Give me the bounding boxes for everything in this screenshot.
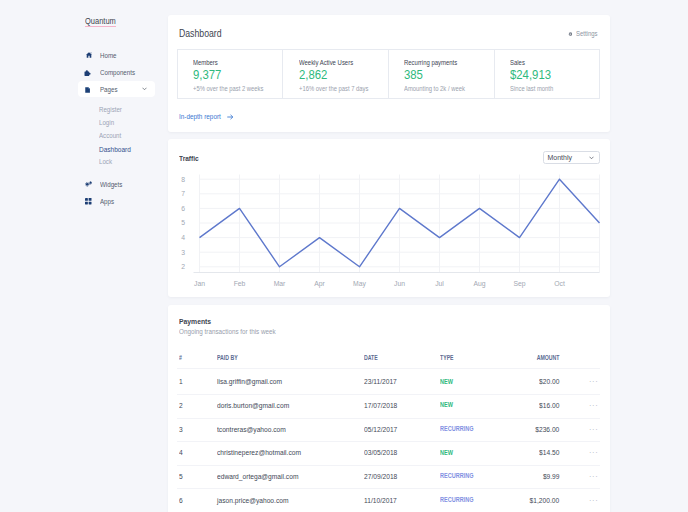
- svg-text:Sep: Sep: [513, 279, 525, 287]
- svg-text:Apr: Apr: [314, 279, 325, 287]
- svg-text:Jul: Jul: [435, 279, 444, 286]
- svg-text:3: 3: [181, 248, 185, 255]
- svg-text:Oct: Oct: [554, 279, 565, 286]
- svg-text:May: May: [353, 279, 366, 287]
- svg-text:2: 2: [181, 263, 185, 270]
- svg-text:5: 5: [181, 219, 185, 226]
- svg-text:Jan: Jan: [194, 279, 205, 286]
- svg-text:4: 4: [181, 233, 185, 240]
- svg-text:Mar: Mar: [273, 279, 285, 286]
- svg-text:8: 8: [181, 175, 185, 182]
- svg-text:Feb: Feb: [233, 279, 245, 286]
- svg-text:7: 7: [181, 190, 185, 197]
- svg-text:Jun: Jun: [394, 279, 405, 286]
- svg-text:Aug: Aug: [473, 279, 485, 287]
- svg-text:6: 6: [181, 204, 185, 211]
